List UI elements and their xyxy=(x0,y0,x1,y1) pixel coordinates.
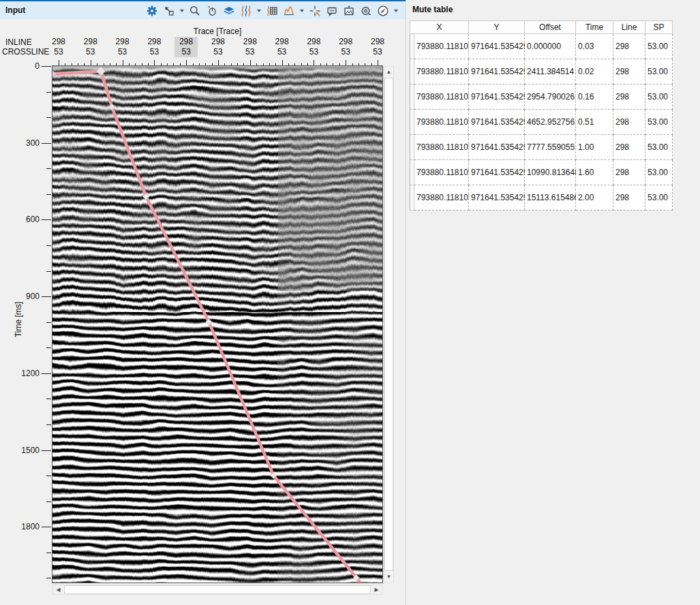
table-cell[interactable]: 971641.535429 xyxy=(469,59,525,84)
trace-header-column[interactable]: 29853 xyxy=(79,37,102,57)
horizontal-scroll-thumb[interactable] xyxy=(64,585,371,594)
table-cell[interactable]: 53.00 xyxy=(645,110,673,135)
time-tick xyxy=(46,476,51,476)
table-cell[interactable]: 0.16 xyxy=(576,84,613,110)
trace-header-column[interactable]: 29853 xyxy=(174,37,198,57)
trace-header-column[interactable]: 29853 xyxy=(271,37,294,57)
table-cell[interactable]: 53.00 xyxy=(645,59,673,84)
pick-mode-icon[interactable] xyxy=(307,3,322,18)
comment-icon[interactable] xyxy=(324,3,339,18)
layers-icon[interactable] xyxy=(222,3,237,18)
trace-header-column[interactable]: 29853 xyxy=(47,37,70,57)
table-cell[interactable]: 298 xyxy=(613,135,645,160)
table-header-cell[interactable]: SP xyxy=(645,20,673,34)
scroll-right-button[interactable]: ▶ xyxy=(371,585,382,594)
table-cell[interactable]: 971641.535429 xyxy=(469,84,525,110)
row-header[interactable] xyxy=(410,110,414,135)
histogram-dropdown[interactable] xyxy=(300,10,304,12)
scroll-left-button[interactable]: ◀ xyxy=(53,585,63,594)
inline-row-label: INLINE xyxy=(5,37,32,47)
mouse-pan-icon[interactable] xyxy=(204,3,219,18)
table-cell[interactable]: 53.00 xyxy=(645,160,673,185)
table-cell[interactable]: 4652.952756 xyxy=(525,110,576,135)
table-cell[interactable]: 0.51 xyxy=(576,110,613,135)
table-row: 793880.118107971641.5354290.0000000.0329… xyxy=(410,34,673,59)
table-cell[interactable]: 0.02 xyxy=(576,59,613,84)
vertical-scrollbar[interactable]: ▲ ▼ xyxy=(384,66,394,583)
scroll-down-button[interactable]: ▼ xyxy=(384,572,393,582)
time-tick-label: 1800 xyxy=(14,522,40,531)
table-cell[interactable]: 53.00 xyxy=(645,185,673,211)
row-header[interactable] xyxy=(410,84,414,110)
table-cell[interactable]: 971641.535429 xyxy=(469,160,525,185)
table-cell[interactable]: 793880.118107 xyxy=(414,84,469,110)
table-cell[interactable]: 2954.790026 xyxy=(525,84,576,110)
row-header[interactable] xyxy=(410,185,414,211)
table-cell[interactable]: 298 xyxy=(613,34,645,59)
scroll-up-button[interactable]: ▲ xyxy=(384,67,393,77)
row-header[interactable] xyxy=(410,59,414,84)
table-header-cell[interactable]: X xyxy=(410,20,469,34)
compass-dropdown[interactable] xyxy=(394,10,398,12)
trace-header-column[interactable]: 29853 xyxy=(207,37,230,57)
table-header-cell[interactable]: Y xyxy=(469,20,525,34)
horizontal-scrollbar[interactable]: ◀ ▶ xyxy=(52,585,382,595)
trace-header-column[interactable]: 29853 xyxy=(334,37,357,57)
table-cell[interactable]: 15113.615486 xyxy=(525,185,576,211)
table-cell[interactable]: 971641.535429 xyxy=(469,34,525,59)
export-image-icon[interactable] xyxy=(341,3,356,18)
table-cell[interactable]: 793880.118107 xyxy=(414,135,469,160)
table-cell[interactable]: 1.60 xyxy=(576,160,613,185)
mute-control-point[interactable] xyxy=(52,71,56,77)
table-cell[interactable]: 298 xyxy=(613,185,645,211)
table-cell[interactable]: 793880.118107 xyxy=(414,185,469,211)
table-cell[interactable]: 2.00 xyxy=(576,185,613,211)
table-cell[interactable]: 53.00 xyxy=(645,135,673,160)
table-cell[interactable]: 793880.118107 xyxy=(414,34,469,59)
table-cell[interactable]: 53.00 xyxy=(645,34,673,59)
settings-gear-icon[interactable] xyxy=(144,3,159,18)
table-cell[interactable]: 298 xyxy=(613,110,645,135)
table-header-cell[interactable]: Line xyxy=(613,20,645,34)
table-cell[interactable]: 2411.384514 xyxy=(525,59,576,84)
table-cell[interactable]: 1.00 xyxy=(576,135,613,160)
wiggle-display-dropdown[interactable] xyxy=(257,10,261,12)
trace-header-column[interactable]: 29853 xyxy=(302,37,325,57)
loupe-icon[interactable] xyxy=(359,3,374,18)
trace-header-column[interactable]: 29853 xyxy=(239,37,262,57)
select-mode-icon[interactable] xyxy=(162,3,177,18)
table-cell[interactable]: 0.03 xyxy=(576,34,613,59)
histogram-icon[interactable] xyxy=(281,3,296,18)
mute-polyline[interactable] xyxy=(52,72,363,583)
table-cell[interactable]: 971641.535429 xyxy=(469,110,525,135)
table-cell[interactable]: 298 xyxy=(613,84,645,110)
trace-header-column[interactable]: 29853 xyxy=(142,37,166,57)
row-header[interactable] xyxy=(410,135,414,160)
table-cell[interactable]: 53.00 xyxy=(645,84,673,110)
table-cell[interactable]: 971641.535429 xyxy=(469,185,525,211)
table-cell[interactable]: 793880.118107 xyxy=(414,160,469,185)
table-cell[interactable]: 7777.559055 xyxy=(525,135,576,160)
trace-header-column[interactable]: 29853 xyxy=(111,37,134,57)
mute-control-point[interactable] xyxy=(97,67,106,76)
table-cell[interactable]: 971641.535429 xyxy=(469,135,525,160)
table-cell[interactable]: 0.000000 xyxy=(525,34,576,59)
wiggle-display-icon[interactable] xyxy=(239,3,254,18)
compass-icon[interactable] xyxy=(376,3,391,18)
zoom-icon[interactable] xyxy=(187,3,202,18)
trace-header-column[interactable]: 29853 xyxy=(366,37,389,57)
table-header-cell[interactable]: Time xyxy=(576,20,613,34)
table-cell[interactable]: 793880.118107 xyxy=(414,59,469,84)
row-header[interactable] xyxy=(410,34,414,59)
mute-line-overlay[interactable] xyxy=(52,66,382,583)
row-header[interactable] xyxy=(410,160,414,185)
vertical-scroll-thumb[interactable] xyxy=(384,78,393,571)
table-cell[interactable]: 298 xyxy=(613,160,645,185)
table-cell[interactable]: 793880.118107 xyxy=(414,110,469,135)
table-cell[interactable]: 298 xyxy=(613,59,645,84)
trace-table-icon[interactable] xyxy=(264,3,279,18)
select-mode-dropdown[interactable] xyxy=(180,10,184,12)
table-cell[interactable]: 10990.813648 xyxy=(525,160,576,185)
time-axis-label: Time [ms] xyxy=(14,296,23,343)
table-header-cell[interactable]: Offset xyxy=(525,20,576,34)
